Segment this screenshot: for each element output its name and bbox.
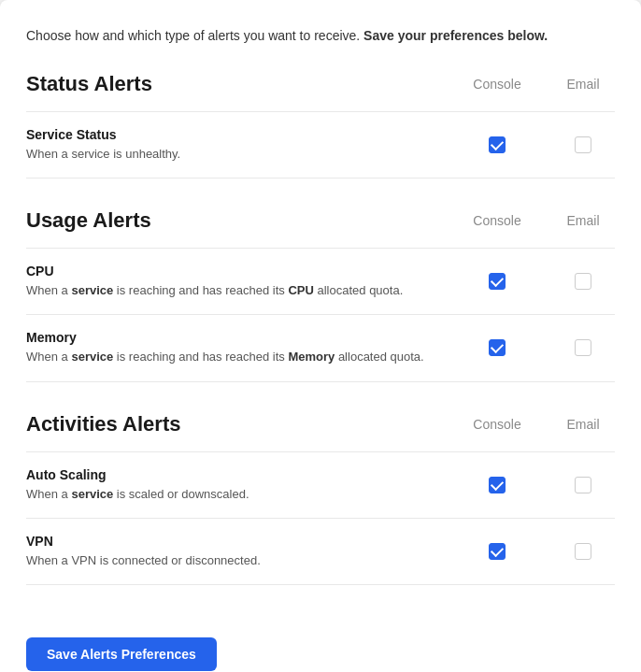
vpn-console-checkbox[interactable] — [489, 543, 506, 560]
save-alerts-preferences-button[interactable]: Save Alerts Preferences — [26, 637, 217, 671]
activities-alerts-header: Activities Alerts Console Email — [26, 412, 615, 436]
auto-scaling-email-checkbox-wrapper[interactable] — [575, 477, 591, 493]
status-alerts-title: Status Alerts — [26, 72, 152, 96]
vpn-console-cell — [469, 543, 525, 560]
vpn-console-checkbox-wrapper[interactable] — [489, 543, 506, 560]
activities-alerts-title: Activities Alerts — [26, 412, 180, 436]
usage-console-label: Console — [469, 213, 525, 228]
service-status-row: Service Status When a service is unhealt… — [26, 112, 615, 179]
memory-checkboxes — [469, 339, 615, 356]
activities-alerts-columns: Console Email — [469, 417, 615, 432]
intro-text: Choose how and which type of alerts you … — [26, 26, 615, 46]
cpu-email-cell — [555, 273, 611, 290]
vpn-email-cell — [555, 543, 611, 560]
vpn-desc: When a VPN is connected or disconnected. — [26, 552, 469, 569]
vpn-row: VPN When a VPN is connected or disconnec… — [26, 519, 615, 585]
memory-info: Memory When a service is reaching and ha… — [26, 330, 469, 365]
memory-email-checkbox[interactable] — [575, 339, 591, 356]
status-email-label: Email — [555, 77, 611, 92]
memory-row: Memory When a service is reaching and ha… — [26, 315, 615, 381]
service-status-name: Service Status — [26, 127, 469, 142]
auto-scaling-row: Auto Scaling When a service is scaled or… — [26, 452, 615, 519]
service-status-checkboxes — [469, 136, 615, 153]
activities-email-label: Email — [555, 417, 611, 432]
cpu-console-checkbox[interactable] — [489, 273, 506, 290]
cpu-checkboxes — [469, 273, 615, 290]
service-status-desc: When a service is unhealthy. — [26, 146, 469, 163]
status-alerts-header: Status Alerts Console Email — [26, 72, 615, 96]
intro-bold: Save your preferences below. — [363, 28, 548, 43]
usage-alerts-title: Usage Alerts — [26, 208, 151, 233]
vpn-name: VPN — [26, 534, 469, 549]
alerts-preferences-card: Choose how and which type of alerts you … — [0, 0, 641, 672]
memory-desc: When a service is reaching and has reach… — [26, 349, 469, 365]
auto-scaling-checkboxes — [469, 477, 615, 493]
memory-email-cell — [555, 339, 611, 356]
service-status-console-checkbox-wrapper[interactable] — [489, 136, 506, 153]
usage-alerts-header: Usage Alerts Console Email — [26, 208, 615, 233]
cpu-name: CPU — [26, 264, 469, 279]
auto-scaling-info: Auto Scaling When a service is scaled or… — [26, 467, 469, 503]
status-console-label: Console — [469, 77, 525, 92]
auto-scaling-email-checkbox[interactable] — [575, 477, 591, 493]
activities-alerts-section: Activities Alerts Console Email Auto Sca… — [26, 412, 615, 585]
memory-console-checkbox[interactable] — [489, 339, 506, 356]
cpu-email-checkbox-wrapper[interactable] — [575, 273, 591, 290]
service-status-info: Service Status When a service is unhealt… — [26, 127, 469, 163]
vpn-info: VPN When a VPN is connected or disconnec… — [26, 534, 469, 569]
memory-console-cell — [469, 339, 525, 356]
service-status-console-checkbox[interactable] — [489, 136, 506, 153]
activities-console-label: Console — [469, 417, 525, 432]
auto-scaling-console-checkbox-wrapper[interactable] — [489, 477, 506, 493]
cpu-console-cell — [469, 273, 525, 290]
cpu-desc: When a service is reaching and has reach… — [26, 282, 469, 299]
status-alerts-section: Status Alerts Console Email Service Stat… — [26, 72, 615, 179]
cpu-console-checkbox-wrapper[interactable] — [489, 273, 506, 290]
memory-console-checkbox-wrapper[interactable] — [489, 339, 506, 356]
service-status-email-cell — [555, 136, 611, 153]
auto-scaling-console-checkbox[interactable] — [489, 477, 506, 493]
vpn-checkboxes — [469, 543, 615, 560]
auto-scaling-desc: When a service is scaled or downscaled. — [26, 486, 469, 503]
cpu-row: CPU When a service is reaching and has r… — [26, 249, 615, 315]
auto-scaling-email-cell — [555, 477, 611, 493]
status-alerts-columns: Console Email — [469, 77, 615, 92]
service-status-email-checkbox[interactable] — [575, 136, 591, 153]
memory-email-checkbox-wrapper[interactable] — [575, 339, 591, 356]
auto-scaling-console-cell — [469, 477, 525, 493]
cpu-email-checkbox[interactable] — [575, 273, 591, 290]
usage-alerts-section: Usage Alerts Console Email CPU When a se… — [26, 208, 615, 381]
auto-scaling-name: Auto Scaling — [26, 467, 469, 482]
cpu-info: CPU When a service is reaching and has r… — [26, 264, 469, 299]
vpn-email-checkbox-wrapper[interactable] — [575, 543, 591, 560]
memory-name: Memory — [26, 330, 469, 345]
usage-email-label: Email — [555, 213, 611, 228]
service-status-console-cell — [469, 136, 525, 153]
vpn-email-checkbox[interactable] — [575, 543, 591, 560]
usage-alerts-columns: Console Email — [469, 213, 615, 228]
service-status-email-checkbox-wrapper[interactable] — [575, 136, 591, 153]
